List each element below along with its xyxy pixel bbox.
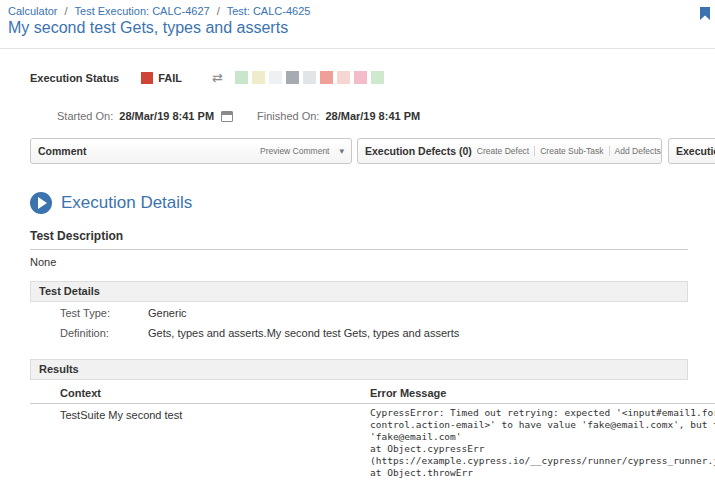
header-divider [0, 48, 715, 49]
create-defect-button[interactable]: Create Defect [472, 146, 534, 156]
results-column-context: Context [60, 387, 101, 399]
execution-defects-panel-title: Execution Defects (0) [365, 145, 472, 157]
test-type-value: Generic [148, 307, 187, 319]
results-column-error-message: Error Message [370, 387, 446, 399]
execution-evidence-panel-title: Execution Evidence [676, 145, 715, 157]
status-legend-square[interactable] [320, 71, 333, 84]
execution-details-title: Execution Details [61, 193, 192, 213]
test-type-row: Test Type: Generic [60, 307, 187, 319]
execution-details-heading: Execution Details [30, 192, 192, 214]
status-legend [235, 71, 388, 84]
results-header-divider [30, 403, 715, 404]
status-legend-square[interactable] [235, 71, 248, 84]
finished-on-value: 28/Mar/19 8:41 PM [325, 110, 420, 122]
breadcrumb-project-link[interactable]: Calculator [8, 5, 58, 17]
breadcrumb-test-execution-link[interactable]: Test Execution: CALC-4627 [75, 5, 210, 17]
breadcrumb-test-link[interactable]: Test: CALC-4625 [227, 5, 311, 17]
started-on-label: Started On: [57, 110, 113, 122]
breadcrumb-separator: / [65, 5, 68, 17]
status-legend-square[interactable] [337, 71, 350, 84]
result-row-error-message: CypressError: Timed out retrying: expect… [370, 407, 715, 479]
execution-evidence-panel[interactable]: Execution Evidence [668, 138, 715, 164]
execution-status-label: Execution Status [30, 72, 119, 84]
definition-value: Gets, types and asserts.My second test G… [148, 327, 459, 339]
create-subtask-button[interactable]: Create Sub-Task [534, 146, 608, 156]
status-legend-square[interactable] [371, 71, 384, 84]
finished-on-group: Finished On: 28/Mar/19 8:41 PM [257, 110, 420, 122]
definition-label: Definition: [60, 327, 145, 339]
status-legend-square[interactable] [286, 71, 299, 84]
execution-defects-actions: Create Defect Create Sub-Task Add Defect… [472, 146, 662, 156]
comment-panel[interactable]: Comment Preview Comment ▾ [30, 138, 352, 164]
test-description-heading: Test Description [30, 229, 688, 250]
execution-defects-panel[interactable]: Execution Defects (0) Create Defect Crea… [357, 138, 662, 164]
test-details-header: Test Details [30, 281, 688, 302]
definition-row: Definition: Gets, types and asserts.My s… [60, 327, 459, 339]
result-row-context: TestSuite My second test [60, 409, 182, 421]
status-legend-square[interactable] [354, 71, 367, 84]
results-header: Results [30, 359, 688, 380]
test-description-content: None [30, 256, 56, 268]
change-status-icon: ⇄ [212, 71, 223, 84]
add-defects-button[interactable]: Add Defects [609, 146, 662, 156]
play-icon [30, 192, 52, 214]
finished-on-label: Finished On: [257, 110, 319, 122]
breadcrumb: Calculator / Test Execution: CALC-4627 /… [8, 5, 310, 17]
status-legend-square[interactable] [269, 71, 282, 84]
comment-panel-title: Comment [38, 145, 86, 157]
test-type-label: Test Type: [60, 307, 145, 319]
execution-status-row: Execution Status FAIL ⇄ [30, 71, 388, 84]
comment-panel-actions: Preview Comment ▾ [255, 146, 344, 156]
status-legend-square[interactable] [252, 71, 265, 84]
calendar-icon[interactable] [221, 111, 233, 122]
times-row: Started On: 28/Mar/19 8:41 PM Finished O… [57, 110, 420, 122]
chevron-down-icon[interactable]: ▾ [339, 146, 344, 156]
status-badge: FAIL [141, 72, 182, 84]
status-value: FAIL [158, 72, 182, 84]
bookmark-icon[interactable] [700, 7, 710, 20]
preview-comment-button[interactable]: Preview Comment [255, 146, 334, 156]
breadcrumb-separator: / [217, 5, 220, 17]
started-on-value: 28/Mar/19 8:41 PM [119, 110, 214, 122]
status-legend-square[interactable] [303, 71, 316, 84]
fail-color-square [141, 72, 153, 84]
page-title: My second test Gets, types and asserts [8, 19, 288, 37]
